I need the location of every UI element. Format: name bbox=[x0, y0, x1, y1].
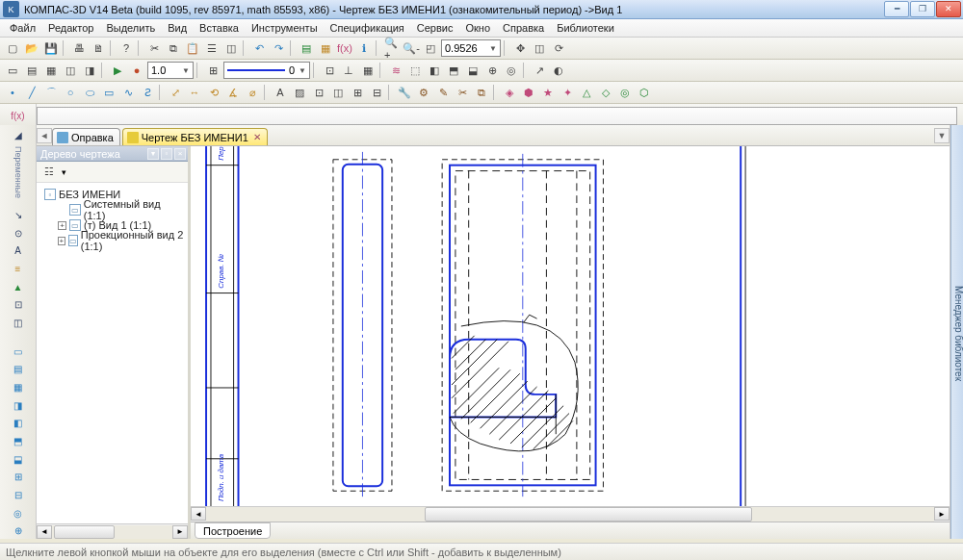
txt-icon[interactable]: A bbox=[272, 84, 289, 101]
menu-insert[interactable]: Вставка bbox=[194, 20, 245, 36]
dim4-icon[interactable]: ∡ bbox=[224, 84, 242, 101]
dim3-icon[interactable]: ⟲ bbox=[205, 84, 222, 101]
menu-service[interactable]: Сервис bbox=[411, 20, 459, 36]
tbg3-icon[interactable]: ⊞ bbox=[349, 84, 366, 101]
zoom-win-icon[interactable]: ◰ bbox=[422, 39, 439, 57]
ltb4-icon[interactable]: ≡ bbox=[10, 261, 27, 277]
tab-close-icon[interactable]: ✕ bbox=[253, 132, 261, 142]
tbf7-icon[interactable]: ◎ bbox=[616, 84, 634, 101]
layer-icon[interactable]: ▭ bbox=[4, 62, 21, 79]
tbn2-icon[interactable]: ⬚ bbox=[406, 62, 424, 79]
save-icon[interactable]: 💾 bbox=[42, 39, 60, 57]
tbf6-icon[interactable]: ◇ bbox=[597, 84, 614, 101]
ltb8-icon[interactable]: ▭ bbox=[10, 344, 27, 360]
sheet-icon[interactable]: ▤ bbox=[23, 62, 40, 79]
tbe5-icon[interactable]: ⧉ bbox=[473, 84, 490, 101]
menu-libraries[interactable]: Библиотеки bbox=[551, 20, 620, 36]
close-button[interactable]: ✕ bbox=[936, 1, 961, 17]
tree-hscroll[interactable]: ◄ ► bbox=[37, 523, 188, 539]
scroll-left-icon[interactable]: ◄ bbox=[191, 507, 206, 521]
ltb6-icon[interactable]: ⊡ bbox=[10, 296, 27, 313]
ltb10-icon[interactable]: ▦ bbox=[10, 379, 27, 395]
scroll-right-icon[interactable]: ► bbox=[172, 525, 188, 539]
tbe4-icon[interactable]: ✂ bbox=[454, 84, 471, 101]
maximize-button[interactable]: ❐ bbox=[910, 1, 935, 17]
canvas-hscroll[interactable]: ◄ ► bbox=[191, 506, 950, 522]
tbf2-icon[interactable]: ⬢ bbox=[520, 84, 537, 101]
tbf4-icon[interactable]: ✦ bbox=[559, 84, 576, 101]
tbn1-icon[interactable]: ≋ bbox=[387, 62, 404, 79]
spline-icon[interactable]: ∿ bbox=[119, 84, 137, 101]
props-icon[interactable]: ☰ bbox=[203, 39, 221, 57]
bezier-icon[interactable]: Ƨ bbox=[139, 84, 156, 101]
zoom-combo[interactable]: 0.9526▼ bbox=[441, 39, 501, 57]
ltb2-icon[interactable]: ⊙ bbox=[10, 225, 27, 242]
point-icon[interactable]: • bbox=[4, 84, 21, 101]
zoom-out-icon[interactable]: 🔍- bbox=[403, 39, 420, 57]
dim1-icon[interactable]: ⤢ bbox=[167, 84, 184, 101]
tbn9-icon[interactable]: ◐ bbox=[550, 62, 567, 79]
tbn8-icon[interactable]: ↗ bbox=[531, 62, 548, 79]
format-icon[interactable]: ◫ bbox=[222, 39, 240, 57]
refresh-icon[interactable]: ⟳ bbox=[550, 39, 567, 57]
ltb14-icon[interactable]: ⬓ bbox=[10, 451, 27, 468]
menu-spec[interactable]: Спецификация bbox=[325, 20, 410, 36]
left-tab-variables[interactable]: Переменные bbox=[13, 146, 23, 198]
redo-icon[interactable]: ↷ bbox=[270, 39, 287, 57]
rect-icon[interactable]: ▭ bbox=[100, 84, 117, 101]
menu-editor[interactable]: Редактор bbox=[42, 20, 99, 36]
menu-view[interactable]: Вид bbox=[162, 20, 193, 36]
linestyle-combo[interactable]: 0▼ bbox=[223, 62, 310, 79]
snap-icon[interactable]: ⊡ bbox=[321, 62, 338, 79]
tbtn-b[interactable]: ◫ bbox=[62, 62, 79, 79]
tab-nav-dropdown[interactable]: ▼ bbox=[934, 128, 950, 143]
ltb-variables-icon[interactable]: ◢ bbox=[10, 127, 27, 143]
ltb12-icon[interactable]: ◧ bbox=[10, 416, 27, 432]
pan-icon[interactable]: ✥ bbox=[511, 39, 529, 57]
tree-node[interactable]: + ▭ Проекционный вид 2 (1:1) bbox=[40, 233, 184, 248]
dim5-icon[interactable]: ⌀ bbox=[244, 84, 261, 101]
tbe3-icon[interactable]: ✎ bbox=[434, 84, 452, 101]
ltb17-icon[interactable]: ◎ bbox=[10, 505, 27, 522]
ltb7-icon[interactable]: ◫ bbox=[10, 315, 27, 331]
menu-help[interactable]: Справка bbox=[497, 20, 550, 36]
tbf8-icon[interactable]: ⬡ bbox=[636, 84, 653, 101]
tbg1-icon[interactable]: ⊡ bbox=[310, 84, 327, 101]
libman-icon[interactable]: ▤ bbox=[298, 39, 315, 57]
tree-close-icon[interactable]: × bbox=[174, 148, 186, 160]
print-icon[interactable]: 🖶 bbox=[70, 39, 88, 57]
tbn7-icon[interactable]: ◎ bbox=[503, 62, 520, 79]
expand-icon[interactable]: + bbox=[58, 237, 65, 245]
tree-node[interactable]: ▭ Системный вид (1:1) bbox=[40, 202, 184, 217]
tbn5-icon[interactable]: ⬓ bbox=[464, 62, 482, 79]
tbtn-c[interactable]: ◨ bbox=[81, 62, 98, 79]
tree-mode-icon[interactable]: ☷ bbox=[40, 164, 58, 181]
dim2-icon[interactable]: ↔ bbox=[186, 84, 203, 101]
fx-icon[interactable]: f(x) bbox=[336, 39, 353, 57]
state-icon[interactable]: ▶ bbox=[109, 62, 126, 79]
ltb15-icon[interactable]: ⊞ bbox=[10, 470, 27, 486]
copy-icon[interactable]: ⧉ bbox=[165, 39, 182, 57]
tbg2-icon[interactable]: ◫ bbox=[329, 84, 347, 101]
expand-icon[interactable]: + bbox=[58, 221, 66, 230]
drawing-canvas[interactable]: Перв Справ. № Подп. и дата bbox=[191, 146, 950, 506]
zoom-in-icon[interactable]: 🔍+ bbox=[383, 39, 401, 57]
scroll-left-icon[interactable]: ◄ bbox=[37, 525, 52, 539]
layer-combo[interactable]: 1.0▼ bbox=[147, 62, 194, 79]
fit-icon[interactable]: ◫ bbox=[531, 39, 548, 57]
tbf3-icon[interactable]: ★ bbox=[539, 84, 557, 101]
ortho-icon[interactable]: ⊥ bbox=[340, 62, 357, 79]
scroll-thumb[interactable] bbox=[54, 525, 115, 539]
tbg4-icon[interactable]: ⊟ bbox=[368, 84, 385, 101]
ltb13-icon[interactable]: ⬒ bbox=[10, 433, 27, 449]
tab-nav-left[interactable]: ◄ bbox=[37, 128, 52, 143]
tbn4-icon[interactable]: ⬒ bbox=[445, 62, 462, 79]
preview-icon[interactable]: 🗎 bbox=[90, 39, 107, 57]
ltb18-icon[interactable]: ⊕ bbox=[10, 522, 27, 539]
tbn6-icon[interactable]: ⊕ bbox=[483, 62, 501, 79]
tbf1-icon[interactable]: ◈ bbox=[501, 84, 518, 101]
open-icon[interactable]: 📂 bbox=[23, 39, 40, 57]
doc-tab-opravka[interactable]: Оправка bbox=[52, 128, 120, 145]
ltb5-icon[interactable]: ▲ bbox=[10, 279, 27, 295]
scroll-right-icon[interactable]: ► bbox=[934, 507, 950, 521]
